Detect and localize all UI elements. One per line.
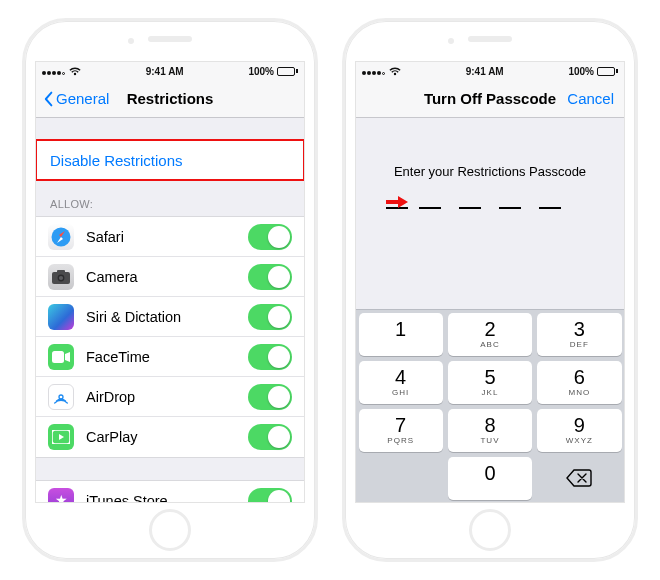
- cancel-button[interactable]: Cancel: [567, 90, 614, 107]
- content: Enter your Restrictions Passcode 1 2ABC …: [356, 118, 624, 502]
- status-bar: 9:41 AM 100%: [356, 62, 624, 80]
- row-label: Safari: [86, 229, 248, 245]
- row-safari: Safari: [36, 217, 304, 257]
- key-6[interactable]: 6MNO: [537, 361, 621, 404]
- key-blank: [359, 457, 443, 500]
- row-label: FaceTime: [86, 349, 248, 365]
- toggle-safari[interactable]: [248, 224, 292, 250]
- siri-icon: [48, 304, 74, 330]
- allow-list-2: ★ iTunes Store Apple Music Connect: [36, 480, 304, 502]
- passcode-digit[interactable]: [539, 195, 561, 209]
- keypad: 1 2ABC 3DEF 4GHI 5JKL 6MNO 7PQRS 8TUV 9W…: [356, 309, 624, 502]
- phone-right: 9:41 AM 100% Turn Off Passcode Cancel En…: [342, 18, 638, 562]
- allow-list: Safari Camera Siri & Dictation: [36, 216, 304, 458]
- key-4[interactable]: 4GHI: [359, 361, 443, 404]
- back-button[interactable]: General: [43, 90, 109, 107]
- wifi-icon: [389, 67, 401, 76]
- row-label: Camera: [86, 269, 248, 285]
- arrow-icon: [386, 195, 408, 209]
- chevron-left-icon: [43, 91, 55, 107]
- row-label: AirDrop: [86, 389, 248, 405]
- home-button[interactable]: [149, 509, 191, 551]
- phone-camera: [128, 38, 134, 44]
- passcode-prompt: Enter your Restrictions Passcode: [356, 164, 624, 179]
- home-button[interactable]: [469, 509, 511, 551]
- backspace-icon: [566, 469, 592, 487]
- key-2[interactable]: 2ABC: [448, 313, 532, 356]
- signal-icon: [362, 66, 386, 77]
- svg-point-6: [59, 395, 63, 399]
- row-itunes: ★ iTunes Store: [36, 481, 304, 502]
- row-camera: Camera: [36, 257, 304, 297]
- passcode-digit[interactable]: [499, 195, 521, 209]
- back-label: General: [56, 90, 109, 107]
- carplay-icon: [48, 424, 74, 450]
- toggle-facetime[interactable]: [248, 344, 292, 370]
- status-time: 9:41 AM: [146, 66, 184, 77]
- toggle-itunes[interactable]: [248, 488, 292, 503]
- allow-header: ALLOW:: [36, 180, 304, 216]
- screen-restrictions: 9:41 AM 100% General Restrictions Disabl…: [35, 61, 305, 503]
- key-5[interactable]: 5JKL: [448, 361, 532, 404]
- page-title: Turn Off Passcode: [424, 90, 556, 107]
- passcode-digit[interactable]: [419, 195, 441, 209]
- content: Disable Restrictions ALLOW: Safari Camer…: [36, 118, 304, 502]
- svg-rect-5: [52, 351, 64, 363]
- page-title: Restrictions: [127, 90, 214, 107]
- facetime-icon: [48, 344, 74, 370]
- toggle-airdrop[interactable]: [248, 384, 292, 410]
- screen-passcode: 9:41 AM 100% Turn Off Passcode Cancel En…: [355, 61, 625, 503]
- passcode-digit[interactable]: [459, 195, 481, 209]
- signal-icon: [42, 66, 66, 77]
- row-siri: Siri & Dictation: [36, 297, 304, 337]
- toggle-siri[interactable]: [248, 304, 292, 330]
- battery-icon: [277, 67, 298, 76]
- nav-bar: Turn Off Passcode Cancel: [356, 80, 624, 118]
- phone-camera: [448, 38, 454, 44]
- key-0[interactable]: 0: [448, 457, 532, 500]
- key-7[interactable]: 7PQRS: [359, 409, 443, 452]
- svg-point-4: [59, 275, 63, 279]
- row-label: CarPlay: [86, 429, 248, 445]
- key-1[interactable]: 1: [359, 313, 443, 356]
- battery-icon: [597, 67, 618, 76]
- disable-restrictions-button[interactable]: Disable Restrictions: [36, 140, 304, 180]
- battery-percent: 100%: [568, 66, 594, 77]
- key-3[interactable]: 3DEF: [537, 313, 621, 356]
- toggle-camera[interactable]: [248, 264, 292, 290]
- key-delete[interactable]: [537, 457, 621, 500]
- status-bar: 9:41 AM 100%: [36, 62, 304, 80]
- airdrop-icon: [48, 384, 74, 410]
- row-carplay: CarPlay: [36, 417, 304, 457]
- row-facetime: FaceTime: [36, 337, 304, 377]
- toggle-carplay[interactable]: [248, 424, 292, 450]
- safari-icon: [48, 224, 74, 250]
- battery-percent: 100%: [248, 66, 274, 77]
- svg-marker-8: [59, 434, 64, 440]
- itunes-icon: ★: [48, 488, 74, 503]
- svg-rect-2: [57, 270, 65, 273]
- phone-speaker: [468, 36, 512, 42]
- status-time: 9:41 AM: [466, 66, 504, 77]
- disable-restrictions-label: Disable Restrictions: [50, 152, 183, 169]
- camera-icon: [48, 264, 74, 290]
- wifi-icon: [69, 67, 81, 76]
- row-label: Siri & Dictation: [86, 309, 248, 325]
- passcode-area: Enter your Restrictions Passcode: [356, 118, 624, 209]
- phone-left: 9:41 AM 100% General Restrictions Disabl…: [22, 18, 318, 562]
- row-label: iTunes Store: [86, 493, 248, 503]
- key-9[interactable]: 9WXYZ: [537, 409, 621, 452]
- phone-speaker: [148, 36, 192, 42]
- passcode-fields: [356, 195, 624, 209]
- row-airdrop: AirDrop: [36, 377, 304, 417]
- key-8[interactable]: 8TUV: [448, 409, 532, 452]
- nav-bar: General Restrictions: [36, 80, 304, 118]
